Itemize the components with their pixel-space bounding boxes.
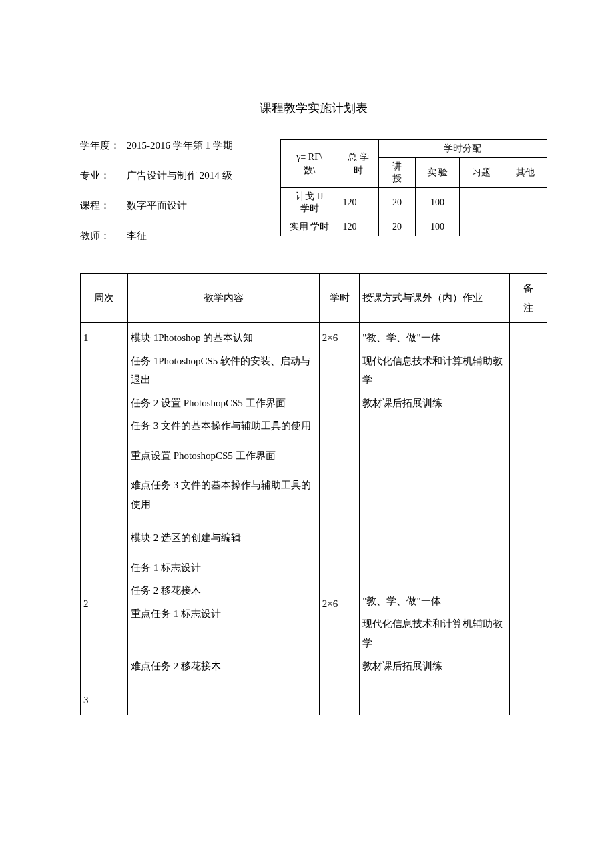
info-major-value: 广告设计与制作 2014 级: [127, 169, 267, 182]
content-line: 任务 2 设置 PhotoshopCS5 工作界面: [131, 394, 316, 413]
method-line: 现代化信息技术和计算机辅助教学: [362, 614, 507, 653]
alloc-row-v2: [459, 218, 503, 236]
content-line: 重点设置 PhotoshopCS5 工作界面: [131, 446, 316, 466]
content-line: 难点任务 3 文件的基本操作与辅助工具的使用: [131, 476, 316, 514]
content-cell: 模块 1Photoshop 的基本认知 任务 1PhotoshopCS5 软件的…: [127, 323, 319, 524]
alloc-row-total: 120: [338, 188, 378, 218]
content-line: 任务 1PhotoshopCS5 软件的安装、启动与退出: [131, 352, 316, 390]
hours-cell: 2×6: [319, 323, 360, 524]
alloc-row-total: 120: [338, 218, 378, 236]
alloc-row-v1: 100: [416, 188, 460, 218]
alloc-sub-3: 其他: [503, 158, 547, 188]
main-header-method: 授课方式与课外（内）作业: [360, 274, 510, 323]
alloc-sub-1: 实 验: [416, 158, 460, 188]
method-line: "教、学、做"一体: [362, 328, 507, 348]
content-line: 难点任务 2 移花接木: [131, 657, 316, 676]
info-year-label: 学年度：: [80, 139, 127, 152]
allocation-table: γ≡ RΓ\ 数\ 总 学 时 学时分配 讲 授 实 验 习题 其他 计戈 IJ…: [280, 139, 547, 236]
method-line: 现代化信息技术和计算机辅助教学: [362, 352, 507, 390]
note-cell: [510, 685, 547, 715]
alloc-row-0: 计戈 IJ 学时 120 20 100: [281, 188, 547, 218]
content-line: 任务 2 移花接木: [131, 581, 316, 600]
method-line: "教、学、做"一体: [362, 592, 507, 611]
main-table: 周次 教学内容 学时 授课方式与课外（内）作业 备 注 1 模块 1Photos…: [80, 273, 547, 715]
alloc-row-v1: 100: [416, 218, 460, 236]
info-year: 学年度： 2015-2016 学年第 1 学期: [80, 139, 267, 152]
content-line: 模块 1Photoshop 的基本认知: [131, 328, 316, 348]
header-row: 学年度： 2015-2016 学年第 1 学期 专业： 广告设计与制作 2014…: [80, 139, 547, 260]
page-title: 课程教学实施计划表: [80, 100, 547, 116]
method-line: 教材课后拓展训练: [362, 657, 507, 676]
content-cell: 模块 2 选区的创建与编辑 任务 1 标志设计 任务 2 移花接木 重点任务 1…: [127, 523, 319, 685]
info-teacher: 教师： 李征: [80, 230, 267, 242]
content-line: 任务 3 文件的基本操作与辅助工具的使用: [131, 416, 316, 436]
alloc-row-v0: 20: [378, 188, 415, 218]
week-cell: 1: [81, 323, 128, 524]
alloc-row-1: 实用 学时 120 20 100: [281, 218, 547, 236]
alloc-corner: γ≡ RΓ\ 数\: [281, 140, 338, 188]
week-cell: 2: [81, 523, 128, 685]
alloc-header-row-1: γ≡ RΓ\ 数\ 总 学 时 学时分配: [281, 140, 547, 158]
info-major: 专业： 广告设计与制作 2014 级: [80, 169, 267, 182]
alloc-row-v3: [503, 188, 547, 218]
alloc-row-v2: [459, 188, 503, 218]
info-course-label: 课程：: [80, 199, 127, 212]
content-line: 任务 1 标志设计: [131, 558, 316, 578]
alloc-row-label: 实用 学时: [281, 218, 338, 236]
alloc-row-label: 计戈 IJ 学时: [281, 188, 338, 218]
alloc-total-header: 总 学 时: [338, 140, 378, 188]
hours-cell: [319, 685, 360, 715]
week-cell: 3: [81, 685, 128, 715]
content-line: 模块 2 选区的创建与编辑: [131, 528, 316, 548]
table-row: 3: [81, 685, 547, 715]
hours-cell: 2×6: [319, 523, 360, 685]
main-header-hours: 学时: [319, 274, 360, 323]
method-cell: "教、学、做"一体 现代化信息技术和计算机辅助教学 教材课后拓展训练: [360, 323, 510, 524]
alloc-dist-header: 学时分配: [378, 140, 547, 158]
info-course-value: 数字平面设计: [127, 199, 267, 212]
info-major-label: 专业：: [80, 169, 127, 182]
method-line: 教材课后拓展训练: [362, 394, 507, 413]
content-line: 重点任务 1 标志设计: [131, 604, 316, 624]
note-cell: [510, 323, 547, 524]
info-course: 课程： 数字平面设计: [80, 199, 267, 212]
main-header-week: 周次: [81, 274, 128, 323]
alloc-sub-2: 习题: [459, 158, 503, 188]
method-cell: [360, 685, 510, 715]
info-block: 学年度： 2015-2016 学年第 1 学期 专业： 广告设计与制作 2014…: [80, 139, 267, 260]
alloc-sub-0: 讲 授: [378, 158, 415, 188]
main-header-row: 周次 教学内容 学时 授课方式与课外（内）作业 备 注: [81, 274, 547, 323]
main-header-note: 备 注: [510, 274, 547, 323]
main-header-content: 教学内容: [127, 274, 319, 323]
note-cell: [510, 523, 547, 685]
alloc-row-v3: [503, 218, 547, 236]
table-row: 2 模块 2 选区的创建与编辑 任务 1 标志设计 任务 2 移花接木 重点任务…: [81, 523, 547, 685]
table-row: 1 模块 1Photoshop 的基本认知 任务 1PhotoshopCS5 软…: [81, 323, 547, 524]
content-cell: [127, 685, 319, 715]
info-year-value: 2015-2016 学年第 1 学期: [127, 139, 267, 152]
method-cell: "教、学、做"一体 现代化信息技术和计算机辅助教学 教材课后拓展训练: [360, 523, 510, 685]
info-teacher-value: 李征: [127, 230, 267, 242]
alloc-row-v0: 20: [378, 218, 415, 236]
info-teacher-label: 教师：: [80, 230, 127, 242]
page: 课程教学实施计划表 学年度： 2015-2016 学年第 1 学期 专业： 广告…: [0, 0, 614, 868]
